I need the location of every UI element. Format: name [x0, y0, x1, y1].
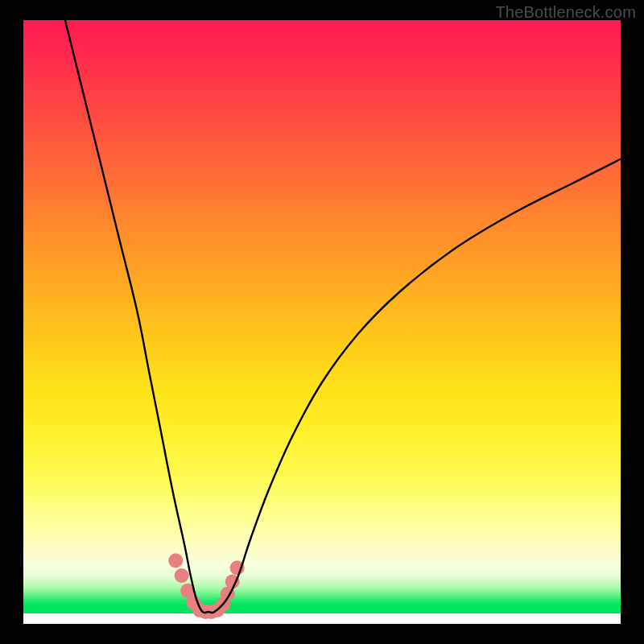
watermark-text: TheBottleneck.com	[495, 3, 636, 22]
chart-frame: TheBottleneck.com	[0, 0, 644, 644]
bottleneck-curve	[65, 20, 621, 613]
curve-marker	[175, 568, 189, 583]
curve-marker	[168, 553, 183, 568]
plot-area	[23, 20, 621, 624]
curve-layer	[23, 20, 621, 624]
